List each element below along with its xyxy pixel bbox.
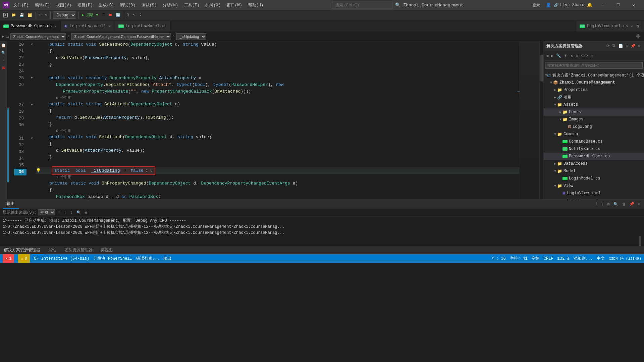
menu-window[interactable]: 窗口(W): [224, 1, 245, 9]
output-close-btn[interactable]: ✕: [636, 201, 641, 207]
collapse-icon[interactable]: ▶: [2, 34, 4, 39]
menu-project[interactable]: 项目(P): [75, 1, 96, 9]
tree-mainview-xaml[interactable]: X MainView.xaml: [544, 197, 644, 199]
tree-loginmodel[interactable]: C# LoginModel.cs: [544, 175, 644, 182]
status-lang-indicator[interactable]: 中文: [597, 256, 605, 261]
new-project-icon[interactable]: [1, 12, 9, 18]
menu-help[interactable]: 帮助(H): [246, 1, 266, 9]
maximize-button[interactable]: □: [610, 0, 626, 10]
tree-passwordhelper[interactable]: C# PasswordHelper.cs: [544, 153, 644, 160]
status-add-to[interactable]: 添加到...: [574, 256, 593, 261]
tree-common[interactable]: ▼ 📁 Common: [544, 131, 644, 138]
output-scroll-area[interactable]: [3, 236, 641, 246]
menu-view[interactable]: 视图(V): [53, 1, 74, 9]
tree-model[interactable]: ▼ 📁 Model: [544, 167, 644, 175]
menu-tools[interactable]: 工具(T): [181, 1, 202, 9]
status-zoom[interactable]: 132 %: [557, 256, 570, 261]
search-sidebar-icon[interactable]: 🔍: [1, 50, 6, 55]
menu-build[interactable]: 生成(B): [96, 1, 117, 9]
step-over-icon[interactable]: ⤵: [126, 12, 131, 18]
step-out-icon[interactable]: ⤸: [138, 12, 144, 18]
collapse-all-icon[interactable]: ⧉: [611, 43, 616, 49]
scroll-thumb[interactable]: [540, 55, 543, 82]
pause-icon[interactable]: ⏸: [100, 12, 107, 18]
login-button[interactable]: 登录: [530, 1, 543, 9]
status-errors[interactable]: ✕ 1: [3, 254, 14, 263]
output-filter-btn[interactable]: ⊟: [84, 210, 89, 215]
tab-passwordhelper[interactable]: C# PasswordHelper.cs ✕: [0, 21, 61, 32]
output-wrap-btn[interactable]: ⤵: [69, 210, 74, 215]
tree-fonts[interactable]: ▶ 📁 Fonts: [544, 108, 644, 116]
notifications-icon[interactable]: 🔔: [587, 2, 592, 8]
tree-commandbase[interactable]: C# CommandBase.cs: [544, 138, 644, 145]
tree-notifybase[interactable]: C# NotifyBase.cs: [544, 145, 644, 153]
explorer-icon[interactable]: 📋: [1, 43, 6, 48]
breadcrumb-namespace[interactable]: Zhaoxi.CourseManagement.Common.PasswordH…: [71, 33, 171, 40]
tab-passwordhelper-close[interactable]: ✕: [54, 24, 57, 29]
close-button[interactable]: ✕: [626, 0, 641, 10]
live-share-button[interactable]: 🔗 Live Share: [554, 3, 584, 8]
new-solution-explorer-icon[interactable]: ⊕: [575, 53, 579, 59]
status-warnings[interactable]: ⚠ 0: [18, 254, 30, 263]
output-btn3[interactable]: ⊞: [606, 201, 611, 207]
tab-loginview-xamlcs[interactable]: C# LoginView.xaml.cs ✕ ⚙: [576, 21, 644, 32]
tree-assets[interactable]: ▼ 📁 Assets: [544, 101, 644, 108]
bottom-tab-team[interactable]: 团队资源管理器: [60, 246, 97, 255]
back-icon[interactable]: ◀: [545, 53, 549, 59]
undo-icon[interactable]: ↩: [38, 12, 43, 18]
breadcrumb-project[interactable]: Zhaoxi.CourseManagement: [10, 33, 66, 40]
search-input[interactable]: [332, 2, 392, 8]
restart-icon[interactable]: 🔄: [114, 12, 122, 18]
filter-icon[interactable]: ⊟: [625, 43, 629, 49]
scope-icon[interactable]: ◎: [590, 53, 594, 59]
status-terminal-label[interactable]: 开发者 PowerShell: [94, 256, 132, 261]
bottom-tab-solution[interactable]: 解决方案资源管理器: [0, 246, 44, 255]
output-source-select[interactable]: 生成: [38, 209, 55, 215]
git-icon[interactable]: ⑂: [1, 57, 6, 63]
panel-close-icon[interactable]: ✕: [637, 43, 641, 49]
forward-icon[interactable]: ▶: [550, 53, 554, 59]
code-icon[interactable]: </>: [580, 53, 589, 59]
tree-references[interactable]: ▶ 🔗 引用: [544, 94, 644, 101]
bottom-tab-properties[interactable]: 属性: [44, 246, 60, 255]
debug-sidebar-icon[interactable]: 🐞: [1, 65, 6, 70]
tree-project[interactable]: ▼ 📦 Zhaoxi.CourseManagement: [544, 79, 644, 86]
code-content[interactable]: public static void SetPassword ( Depende…: [35, 41, 519, 199]
refresh-icon[interactable]: ↻: [570, 53, 574, 59]
menu-analyze[interactable]: 分析(N): [160, 1, 181, 9]
tab-loginview-close[interactable]: ✕: [108, 24, 111, 29]
start-button[interactable]: ▶ 启动 ▼: [80, 12, 99, 18]
menu-test[interactable]: 测试(S): [139, 1, 160, 9]
status-output-link[interactable]: 输出: [163, 256, 171, 261]
properties-icon[interactable]: 🔧: [555, 53, 562, 59]
status-errorlist-link[interactable]: 错误列表...: [136, 256, 160, 261]
show-files-icon[interactable]: 📄: [617, 43, 624, 49]
search-icon[interactable]: 🔍: [395, 2, 400, 8]
show-all-files-icon[interactable]: 👁: [563, 53, 569, 59]
tab-loginviewmodel[interactable]: C# LoginViewModel.cs: [115, 21, 170, 32]
bottom-tab-classview[interactable]: 类视图: [97, 246, 117, 255]
output-nav-down[interactable]: ↓: [63, 210, 68, 215]
debug-config-dropdown[interactable]: Debug: [53, 11, 76, 19]
tab-loginviewxamlcs-close[interactable]: ✕: [630, 24, 633, 29]
tab-settings-icon[interactable]: ⚙: [635, 23, 640, 29]
minimize-button[interactable]: —: [595, 0, 610, 10]
menu-debug[interactable]: 调试(D): [117, 1, 138, 9]
expand-all-icon[interactable]: ➕: [636, 34, 641, 39]
sync-icon[interactable]: ⟳: [605, 43, 611, 49]
menu-extensions[interactable]: 扩展(X): [203, 1, 223, 9]
save-all-icon[interactable]: 🗂️: [26, 12, 34, 18]
open-folder-icon[interactable]: 📁: [10, 12, 17, 18]
redo-icon[interactable]: ↪: [44, 12, 49, 18]
output-tab-label[interactable]: 输出: [3, 200, 19, 209]
save-icon[interactable]: 💾: [18, 12, 25, 18]
vertical-scrollbar[interactable]: [539, 41, 543, 199]
tab-loginview-xaml[interactable]: X LoginView.xaml* ✕: [61, 21, 115, 32]
menu-edit[interactable]: 编辑(E): [32, 1, 53, 9]
output-btn4[interactable]: 🔍: [612, 201, 620, 207]
stop-icon[interactable]: ⏹: [107, 12, 114, 18]
output-scrollbar-thumb[interactable]: [639, 236, 641, 246]
output-btn2[interactable]: ⤵: [600, 201, 605, 207]
output-pin-icon[interactable]: 📌: [629, 201, 635, 207]
tree-dataaccess[interactable]: ▶ 📁 DataAccess: [544, 160, 644, 167]
